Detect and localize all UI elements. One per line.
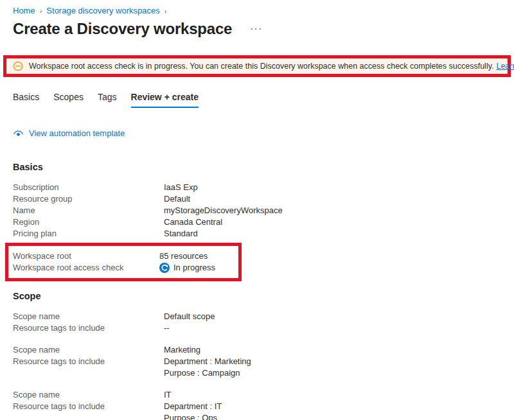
sync-icon [159,263,170,273]
detail-value-line: Default scope [164,311,501,322]
scope-section: Scope Scope nameDefault scopeResource ta… [13,291,501,420]
scope-group: Scope nameDefault scopeResource tags to … [13,311,501,334]
detail-label: Workspace root [13,250,159,262]
detail-value-text: In progress [173,262,215,274]
detail-label: Scope name [13,344,164,356]
detail-value: IT [164,389,501,401]
detail-value: Marketing [164,344,501,356]
scope-section-title: Scope [13,291,501,301]
detail-value: myStorageDiscoveryWorkspace [164,205,501,216]
detail-value-line: 85 resources [159,250,238,262]
detail-row: Workspace root access checkIn progress [13,262,238,274]
detail-value-line: Department : IT [164,401,501,412]
detail-row: NamemyStorageDiscoveryWorkspace [13,205,501,216]
detail-value-line: Department : Marketing [164,356,501,367]
detail-label: Subscription [13,182,164,193]
breadcrumb: Home›Storage discovery workspaces› [13,6,501,15]
basics-section-title: Basics [13,162,501,172]
detail-row: Scope nameMarketing [13,344,501,356]
detail-label: Scope name [13,311,164,322]
tab-basics[interactable]: Basics [13,92,39,108]
detail-value: Department : MarketingPurpose : Campaign [164,356,501,379]
breadcrumb-separator-icon: › [164,7,167,15]
detail-label: Resource tags to include [13,322,164,334]
breadcrumb-link-home[interactable]: Home [13,6,35,15]
detail-value-line: Purpose : Campaign [164,367,501,379]
detail-value-text: 85 resources [159,250,208,262]
detail-row: Resource tags to include-- [13,322,501,334]
eye-icon [13,129,24,138]
detail-value-line: In progress [159,262,238,274]
warning-banner-annotation-box: Workspace root access check is in progre… [3,55,511,77]
detail-value-text: Department : IT [164,401,222,412]
detail-value-text: IT [164,389,172,401]
detail-value: -- [164,322,501,334]
tab-scopes[interactable]: Scopes [53,92,84,108]
detail-value-line: Standard [164,228,501,240]
detail-value-line: IT [164,389,501,401]
detail-value-text: Default scope [164,311,215,322]
detail-value: In progress [159,262,238,274]
detail-value-text: Canada Central [164,216,222,228]
warning-banner: Workspace root access check is in progre… [6,58,508,74]
breadcrumb-separator-icon: › [40,7,42,15]
detail-value-text: Department : Marketing [164,356,251,367]
workspace-root-annotation-box: Workspace root85 resourcesWorkspace root… [5,243,242,281]
create-discovery-workspace-page: Home›Storage discovery workspaces› Creat… [0,6,514,420]
detail-label: Resource tags to include [13,356,164,379]
detail-row: RegionCanada Central [13,216,501,228]
detail-row: Resource tags to includeDepartment : Mar… [13,356,501,379]
detail-value-text: Purpose : Campaign [164,367,240,379]
scope-group: Scope nameMarketingResource tags to incl… [13,344,501,379]
detail-value-text: -- [164,322,170,334]
detail-value: 85 resources [159,250,238,262]
detail-value-line: Default [164,193,501,205]
detail-value-text: Purpose : Ops [164,412,217,420]
detail-row: Pricing planStandard [13,228,501,240]
detail-value-text: myStorageDiscoveryWorkspace [164,205,283,216]
tab-review-create[interactable]: Review + create [131,92,199,108]
detail-value-line: Marketing [164,344,501,356]
detail-value: Standard [164,228,501,240]
detail-label: Resource tags to include [13,401,164,420]
breadcrumb-link-storage-discovery-workspaces[interactable]: Storage discovery workspaces [46,6,159,15]
detail-value: Default scope [164,311,501,322]
scope-groups: Scope nameDefault scopeResource tags to … [13,311,501,420]
view-automation-template-link[interactable]: View automation template [13,128,501,138]
detail-row: Resource groupDefault [13,193,501,205]
detail-value-text: Standard [164,228,198,240]
detail-label: Resource group [13,193,164,205]
detail-value: Department : ITPurpose : Ops [164,401,501,420]
detail-value: IaaS Exp [164,182,501,193]
page-title: Create a Discovery workspace [13,20,232,38]
blocked-circle-warning-icon [13,61,23,71]
detail-value: Default [164,193,501,205]
detail-value-text: IaaS Exp [164,182,198,193]
detail-label: Pricing plan [13,228,164,240]
detail-label: Scope name [13,389,164,401]
detail-row: Scope nameIT [13,389,501,401]
tab-bar: BasicsScopesTagsReview + create [13,92,501,109]
more-options-button[interactable]: ··· [250,26,262,32]
view-automation-template-label: View automation template [29,128,125,138]
detail-label: Workspace root access check [13,262,159,274]
detail-row: SubscriptionIaaS Exp [13,182,501,193]
scope-group: Scope nameITResource tags to includeDepa… [13,389,501,420]
tab-tags[interactable]: Tags [98,92,117,108]
detail-row: Resource tags to includeDepartment : ITP… [13,401,501,420]
detail-value-text: Marketing [164,344,200,356]
detail-value-line: -- [164,322,501,334]
basics-section: Basics SubscriptionIaaS ExpResource grou… [13,162,501,240]
detail-value-line: IaaS Exp [164,182,501,193]
title-row: Create a Discovery workspace ··· [13,20,501,38]
detail-value: Canada Central [164,216,501,228]
detail-row: Workspace root85 resources [13,250,238,262]
warning-banner-text: Workspace root access check is in progre… [29,62,493,71]
detail-value-line: Canada Central [164,216,501,228]
detail-label: Region [13,216,164,228]
detail-label: Name [13,205,164,216]
learn-more-link[interactable]: Learn more [496,62,514,71]
detail-row: Scope nameDefault scope [13,311,501,322]
basics-rows: SubscriptionIaaS ExpResource groupDefaul… [13,182,501,240]
detail-value-line: Purpose : Ops [164,412,501,420]
